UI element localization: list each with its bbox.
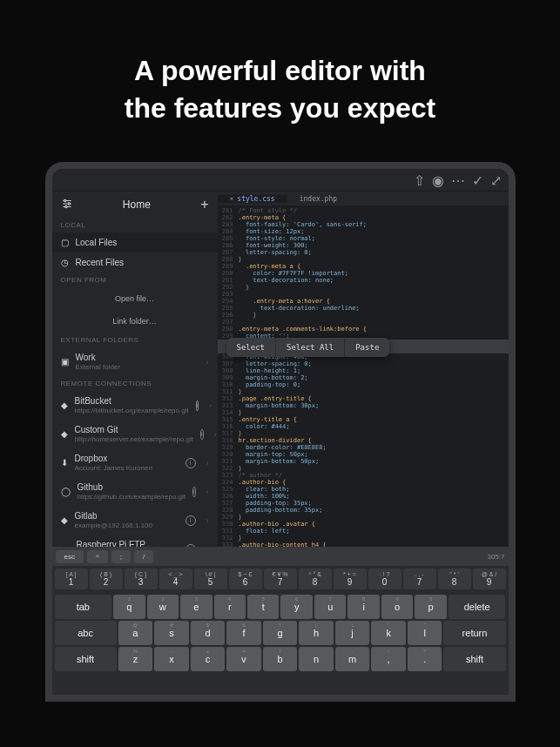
code-line[interactable]: 324.author-bio { xyxy=(218,479,509,486)
code-line[interactable]: 318hr.section-divider { xyxy=(218,437,509,444)
sidebar-item-local[interactable]: ◷Recent Files xyxy=(52,252,218,273)
key-,[interactable]: !, xyxy=(371,647,406,671)
key-i[interactable]: 8i xyxy=(347,595,379,619)
share-icon[interactable]: ⇧ xyxy=(414,172,425,189)
code-line[interactable]: 317} xyxy=(218,430,509,437)
key-m[interactable]: :m xyxy=(335,647,370,671)
sidebar-item-remote[interactable]: ◆Gitlabexample@192.168.1.100i› xyxy=(52,506,218,535)
key-c[interactable]: +c xyxy=(191,647,226,671)
sidebar-item-local[interactable]: ▢Local Files xyxy=(52,232,218,252)
code-line[interactable]: 310 padding-top: 0; xyxy=(218,381,509,388)
num-key[interactable]: < _ >4 xyxy=(159,569,192,589)
num-key[interactable]: \ # |5 xyxy=(194,569,227,589)
key-return[interactable]: return xyxy=(443,621,505,645)
code-line[interactable]: 328 padding-bottom: 35px; xyxy=(218,507,509,514)
code-line[interactable]: 291 text-decoration: none; xyxy=(218,277,509,284)
key-x[interactable]: -x xyxy=(154,647,189,671)
num-key[interactable]: : ! ?0 xyxy=(368,569,401,589)
code-line[interactable]: 326 width: 100%; xyxy=(218,493,509,500)
num-key[interactable]: @ & /9 xyxy=(473,569,506,589)
key-s[interactable]: #s xyxy=(154,621,189,645)
code-line[interactable]: 325 clear: both; xyxy=(218,486,509,493)
sidebar-item-remote[interactable]: ◆Custom Githttp://homeserver.net/example… xyxy=(52,420,218,448)
kb-esc[interactable]: esc xyxy=(56,550,84,563)
key-f[interactable]: &f xyxy=(226,621,261,645)
key-h[interactable]: (h xyxy=(299,621,334,645)
menu-select-all[interactable]: Select All xyxy=(275,338,344,357)
check-icon[interactable]: ✓ xyxy=(472,172,483,189)
sidebar-item-remote[interactable]: ⬇DropboxAccount: James Kuroneni› xyxy=(52,448,218,477)
code-line[interactable]: 332} xyxy=(218,535,509,542)
sidebar-action[interactable]: Link folder… xyxy=(52,310,218,333)
code-line[interactable]: 294 .entry-meta a:hover { xyxy=(218,298,509,305)
code-line[interactable]: 286 font-weight: 300; xyxy=(218,242,509,249)
code-line[interactable]: 329} xyxy=(218,514,509,521)
key-p[interactable]: 0p xyxy=(415,595,446,619)
key-d[interactable]: $d xyxy=(191,621,226,645)
key-k[interactable]: 'k xyxy=(371,621,406,645)
num-key[interactable]: [ A ]1 xyxy=(55,569,88,589)
num-key[interactable]: { C }3 xyxy=(125,569,158,589)
code-line[interactable]: 281/* Font style */ xyxy=(218,207,509,214)
kb-caret[interactable]: ^ xyxy=(87,550,108,563)
key-t[interactable]: 5t xyxy=(247,595,279,619)
code-line[interactable]: 290 color: #7F7F7F !important; xyxy=(218,270,509,277)
sidebar-item-remote[interactable]: ◆BitBuckethttps://bitbucket.org/example/… xyxy=(52,391,218,420)
code-area[interactable]: 281/* Font style */282.entry-meta {283 f… xyxy=(218,205,509,585)
key-q[interactable]: 1q xyxy=(113,595,145,619)
code-line[interactable]: 315.entry-title a { xyxy=(218,416,509,423)
code-line[interactable]: 316 color: #444; xyxy=(218,423,509,430)
code-line[interactable]: 320 margin-top: 50px; xyxy=(218,451,509,458)
code-line[interactable]: 298.entry-meta .comments-link:before { xyxy=(218,326,509,333)
code-line[interactable]: 295 text-decoration: underline; xyxy=(218,305,509,312)
code-line[interactable]: 287 letter-spacing: 0; xyxy=(218,249,509,256)
key-a[interactable]: @a xyxy=(118,621,153,645)
key-delete[interactable]: delete xyxy=(449,595,506,619)
code-line[interactable]: 284 font-size: 12px; xyxy=(218,228,509,235)
key-e[interactable]: 3e xyxy=(180,595,212,619)
code-line[interactable]: 319 border-color: #E8E8E8; xyxy=(218,444,509,451)
info-icon[interactable]: i xyxy=(186,458,196,468)
sidebar-item-remote[interactable]: ◯Githubhttps://github.com/example/repo.g… xyxy=(52,477,218,506)
tab-indexphp[interactable]: index.php xyxy=(287,195,349,203)
num-key[interactable]: ( B )2 xyxy=(90,569,123,589)
add-icon[interactable]: + xyxy=(200,197,208,212)
code-line[interactable]: 283 font-family: 'Cardo', sans-serif; xyxy=(218,221,509,228)
key-n[interactable]: ;n xyxy=(299,647,334,671)
code-line[interactable]: 293 xyxy=(218,291,509,298)
key-w[interactable]: 2w xyxy=(147,595,179,619)
code-line[interactable]: 307 letter-spacing: 0; xyxy=(218,360,509,367)
key-o[interactable]: 9o xyxy=(381,595,413,619)
kb-slash[interactable]: / xyxy=(134,550,153,563)
key-abc[interactable]: abc xyxy=(55,621,117,645)
kb-semicolon[interactable]: ; xyxy=(111,550,131,563)
menu-paste[interactable]: Paste xyxy=(344,338,389,357)
code-line[interactable]: 313 margin-bottom: 30px; xyxy=(218,402,509,409)
eye-icon[interactable]: ◉ xyxy=(432,172,444,189)
info-icon[interactable]: i xyxy=(192,487,196,497)
code-line[interactable]: 331 float: left; xyxy=(218,528,509,535)
key-j[interactable]: )j xyxy=(335,621,370,645)
key-l[interactable]: "l xyxy=(408,621,442,645)
key-b[interactable]: /b xyxy=(263,647,298,671)
key-tab[interactable]: tab xyxy=(55,595,112,619)
key-u[interactable]: 7u xyxy=(314,595,346,619)
menu-select[interactable]: Select xyxy=(226,338,276,357)
info-icon[interactable]: i xyxy=(186,515,196,526)
expand-icon[interactable]: ⤢ xyxy=(490,172,502,189)
sidebar-item-external[interactable]: ▣WorkExternal folder› xyxy=(52,347,218,376)
code-line[interactable]: 296 } xyxy=(218,312,509,319)
more-icon[interactable]: ⋯ xyxy=(451,172,465,189)
key-shift[interactable]: shift xyxy=(443,647,505,671)
info-icon[interactable]: i xyxy=(200,429,204,440)
code-line[interactable]: 321 margin-bottom: 50px; xyxy=(218,458,509,465)
key-g[interactable]: *g xyxy=(263,621,298,645)
code-line[interactable]: 288} xyxy=(218,256,509,263)
code-line[interactable]: 314} xyxy=(218,409,509,416)
code-line[interactable]: 309 margin-bottom: 2; xyxy=(218,374,509,381)
code-line[interactable]: 312.page .entry-title { xyxy=(218,395,509,402)
info-icon[interactable]: i xyxy=(196,400,199,411)
settings-icon[interactable] xyxy=(61,198,73,212)
num-key[interactable]: * + =9 xyxy=(334,569,367,589)
num-key[interactable]: € ¥ %7 xyxy=(264,569,297,589)
